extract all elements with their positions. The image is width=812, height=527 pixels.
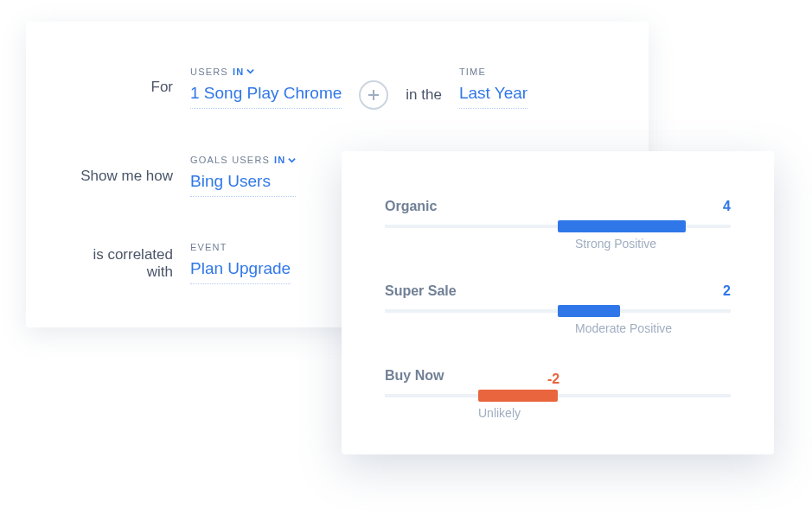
add-condition-button[interactable] (359, 80, 388, 110)
result-row: Super Sale2Moderate Positive (385, 283, 731, 335)
result-row: Organic4Strong Positive (385, 199, 731, 251)
users-field: USERS IN 1 Song Play Chrome (190, 67, 342, 109)
correlation-bar (385, 225, 731, 228)
correlation-bar (385, 394, 731, 397)
query-row-users-time: For USERS IN 1 Song Play Chrome in the T… (78, 65, 597, 110)
result-score: 2 (723, 283, 731, 299)
time-label: TIME (459, 67, 527, 77)
users-in-dropdown[interactable]: IN (233, 67, 254, 77)
result-score: 4 (723, 199, 731, 214)
result-row: Buy Now-2Unlikely (385, 368, 731, 420)
time-field: TIME Last Year (459, 67, 527, 109)
result-name: Organic (385, 199, 437, 214)
correlation-bar-fill (558, 220, 686, 232)
users-label: USERS IN (190, 67, 342, 77)
goals-label: GOALS USERS IN (190, 155, 296, 165)
connector-inthe: in the (406, 86, 442, 104)
result-score: -2 (547, 371, 559, 387)
result-name: Buy Now (385, 368, 444, 384)
goals-in-dropdown[interactable]: IN (274, 155, 296, 165)
prefix-show: Show me how (78, 168, 173, 185)
correlation-bar-fill (558, 305, 620, 317)
prefix-correlated: is correlated with (78, 246, 173, 281)
goals-field: GOALS USERS IN Bing Users (190, 155, 296, 197)
correlation-results-card: Organic4Strong PositiveSuper Sale2Modera… (342, 151, 774, 454)
event-label: EVENT (190, 242, 291, 252)
time-value[interactable]: Last Year (459, 84, 527, 109)
result-description: Unlikely (385, 406, 731, 420)
users-value[interactable]: 1 Song Play Chrome (190, 84, 342, 109)
chevron-down-icon (246, 67, 254, 75)
result-description: Moderate Positive (385, 321, 731, 335)
chevron-down-icon (288, 156, 296, 164)
goals-value[interactable]: Bing Users (190, 172, 296, 197)
prefix-for: For (78, 79, 173, 96)
result-description: Strong Positive (385, 237, 731, 251)
result-name: Super Sale (385, 283, 457, 299)
event-value[interactable]: Plan Upgrade (190, 259, 291, 284)
correlation-bar (385, 309, 731, 313)
event-field: EVENT Plan Upgrade (190, 242, 291, 284)
plus-icon (367, 88, 380, 102)
correlation-bar-fill (478, 390, 558, 402)
